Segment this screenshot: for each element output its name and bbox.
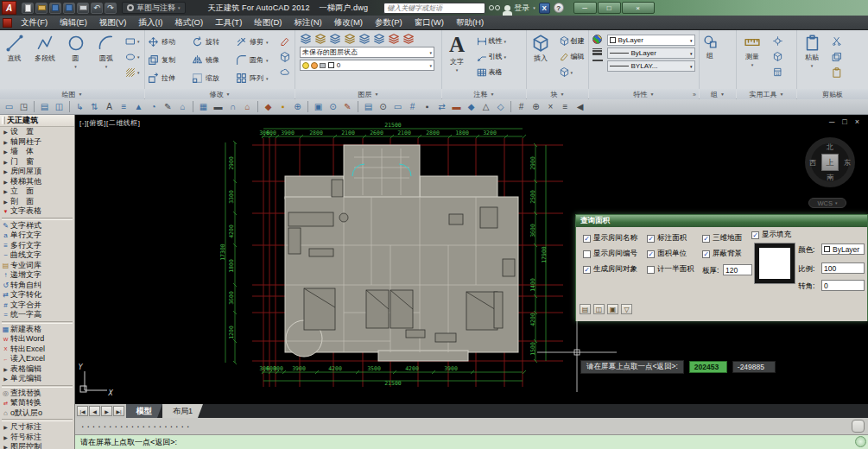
toolbar-icon[interactable]: ▪ [420,100,434,114]
wcs-selector[interactable]: WCS ▾ [808,198,846,208]
search-input[interactable] [383,3,485,14]
viewcube-west[interactable]: 西 [809,158,816,168]
properties-panel-label[interactable]: 特性▼ » [589,89,699,99]
linetype-dropdown[interactable]: BYLAY... ▾ [607,60,695,72]
toolbar-icon[interactable]: ◳ [16,100,31,114]
menu-item[interactable]: 标注(N) [288,17,328,28]
lock-icon[interactable] [320,63,326,68]
sun-icon[interactable] [311,62,318,69]
fill-preview-swatch[interactable] [755,243,795,283]
checkbox-create-room-object[interactable]: ✓生成房间对象 [583,264,637,275]
toolbar-icon[interactable] [34,101,35,112]
dialog-toolbar-button[interactable]: ◫ [593,304,605,314]
tab-nav-button[interactable]: ▶ [101,406,112,416]
copy-clip-tool[interactable] [829,50,845,63]
sidebar-item[interactable]: ▶ 单元编辑 [0,374,74,384]
save-button[interactable] [49,3,61,14]
slab-thickness-input[interactable]: 120 [723,264,752,275]
bulb-icon[interactable] [302,62,309,69]
toolbar-icon[interactable]: ▭ [2,100,16,114]
toolbar-icon[interactable]: ◔ [146,100,161,114]
menu-item[interactable]: 参数(P) [369,17,409,28]
toolbar-icon[interactable]: ⌂ [175,100,190,114]
id-point-tool[interactable] [770,35,785,47]
layers-panel-label[interactable]: 图层▼ [295,89,441,99]
checkbox-mask-background[interactable]: ✓屏蔽背景 [702,249,742,259]
group-panel-label[interactable]: 组▼ [700,89,736,99]
block-attributes-tool[interactable]: ▾ [557,66,587,79]
menu-item[interactable]: 文件(F) [15,17,54,28]
toolbar-icon[interactable]: ◇ [493,100,508,114]
modify-tool[interactable]: 缩放 [192,69,236,87]
linetype-icon[interactable] [592,60,603,61]
modify-tool[interactable]: 阵列 ▾ [236,69,280,87]
checkbox-dimension-area[interactable]: ✓标注面积 [647,233,687,243]
create-block-tool[interactable]: 创建 [557,35,587,47]
undo-button[interactable]: ↶ [91,3,103,14]
toolbar-icon[interactable]: # [514,100,529,114]
modify-tool[interactable]: 拉伸 [148,69,192,87]
modify-panel-label[interactable]: 修改▼ [145,89,295,99]
layer-lock-icon[interactable] [388,33,400,45]
menu-item[interactable]: 窗口(W) [409,17,450,28]
circle-flyout-icon[interactable]: ▾ [74,64,77,69]
annotate-panel-label[interactable]: 注释▼ [442,89,526,99]
layer-off-icon[interactable] [373,33,385,45]
table-tool[interactable]: 表格 [474,66,510,79]
menu-item[interactable]: 帮助(H) [450,17,490,28]
redo-button[interactable]: ↷ [105,3,117,14]
viewport-minimize-button[interactable]: ─ [829,117,834,126]
toolbar-icon[interactable]: △ [478,100,493,114]
tab-layout1[interactable]: 布局1 [162,404,203,418]
modify-tool[interactable]: 移动 [148,33,192,51]
toolbar-icon[interactable]: ▣ [311,100,326,114]
toolbar-icon[interactable]: ◫ [52,100,67,114]
viewport-controls-label[interactable]: [-][俯视][二维线框] [79,118,141,128]
dialog-launcher-icon[interactable]: » [693,92,696,98]
dialog-toolbar-button[interactable]: ▣ [607,304,618,314]
paste-special-tool[interactable] [829,66,845,79]
ellipse-tool[interactable]: ▾ [123,50,143,63]
block-panel-label[interactable]: 块▼ [527,89,588,99]
revcloud-tool[interactable] [277,66,293,79]
toolbar-icon[interactable]: ▬ [449,100,464,114]
matchprop-tool[interactable] [277,35,293,47]
viewcube-east[interactable]: 东 [844,158,851,168]
coordinate-y-field[interactable]: -249885 [732,361,776,373]
paste-tool[interactable]: 粘贴 ▾ [797,30,827,87]
toolbar-icon[interactable]: ✎ [161,100,175,114]
toolbar-icon[interactable]: A [102,100,117,114]
tab-nav-button[interactable]: |◀ [77,406,88,416]
edit-block-tool[interactable]: 编辑 [557,50,587,63]
toolbar-icon[interactable]: ⊙ [376,100,390,114]
hatch-tool[interactable]: ▾ [123,66,143,79]
cut-tool[interactable] [829,35,845,47]
viewcube-south[interactable]: 南 [827,173,833,182]
workspace-selector[interactable]: 草图与注释 ▾ [122,2,186,14]
signin-chevron-icon[interactable]: ▾ [533,5,535,10]
autocad-logo-icon[interactable]: A [2,1,16,15]
text-tool[interactable]: A 文字 ▾ [442,30,472,87]
toolbar-icon[interactable] [257,101,258,112]
layer-unlock-icon[interactable] [402,33,415,45]
toolbar-icon[interactable]: ◆ [261,100,276,114]
checkbox-3d-floor[interactable]: ✓三维地面 [702,233,742,243]
layer-dropdown[interactable]: 0 ▾ [300,60,434,71]
rotation-input[interactable]: 0 [821,280,865,291]
toolbar-icon[interactable]: ↳ [73,100,87,114]
toolbar-icon[interactable]: ⌂ [240,100,255,114]
sidebar-title[interactable]: 天正建筑 [0,115,74,127]
search-binoculars-icon[interactable] [489,5,501,10]
checkbox-show-room-number[interactable]: 显示房间编号 [583,249,637,259]
checkbox-show-fill[interactable]: ✓显示填充 [751,230,791,240]
coordinate-x-field[interactable]: 202453 [689,361,727,373]
close-button[interactable]: × [622,2,655,14]
layer-state-icon[interactable] [314,33,326,45]
leader-tool[interactable]: 引线▾ [474,50,510,63]
arc-flyout-icon[interactable]: ▾ [105,64,108,69]
scale-input[interactable]: 100 [821,262,865,274]
dialog-toolbar-button[interactable]: ▤ [580,304,591,314]
modify-tool[interactable]: 旋转 [192,33,236,51]
toolbar-icon[interactable]: ▬ [211,100,225,114]
group-tool[interactable]: 组 [700,30,720,87]
